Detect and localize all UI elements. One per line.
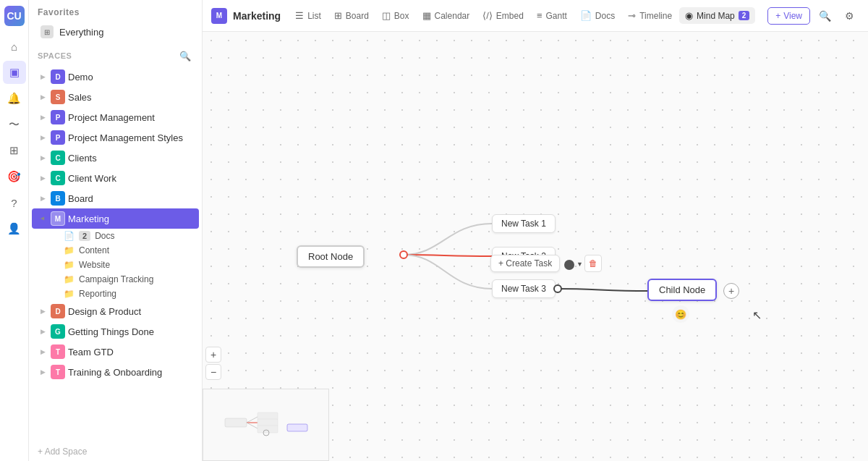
tab-docs-label: Docs <box>595 11 615 21</box>
add-space-btn[interactable]: + Add Space <box>29 442 202 461</box>
tab-embed[interactable]: ⟨/⟩ Embed <box>477 7 529 24</box>
website-label: Website <box>79 260 110 270</box>
sidebar-item-clients[interactable]: ▶ C Clients <box>32 148 199 168</box>
tab-timeline-label: Timeline <box>639 11 672 21</box>
chevron-icon: ▶ <box>38 306 48 316</box>
mind-map-icon: ◉ <box>685 10 693 21</box>
mind-map-canvas[interactable]: Root Node New Task 1 New Task 2 New Task… <box>203 32 868 461</box>
tab-board[interactable]: ⊞ Board <box>328 7 375 24</box>
content-icon: 📁 <box>64 245 75 255</box>
nav-goals-btn[interactable]: 🎯 <box>3 165 26 188</box>
embed-icon: ⟨/⟩ <box>482 10 493 21</box>
task3-node[interactable]: New Task 3 <box>492 279 556 298</box>
sidebar-item-marketing[interactable]: ▼ M Marketing <box>32 208 199 229</box>
sidebar-subitem-website[interactable]: 📁 Website <box>32 258 199 272</box>
settings-button[interactable]: ⚙ <box>839 6 859 26</box>
cursor-pointer: ↖ <box>752 308 762 322</box>
space-badge-pm-styles: P <box>51 130 65 145</box>
tab-timeline[interactable]: ⊸ Timeline <box>622 7 678 24</box>
top-bar: M Marketing ☰ List ⊞ Board ◫ Box ▦ Calen… <box>203 0 868 32</box>
space-badge-client-work: C <box>51 171 65 185</box>
space-label-pm-styles: Project Management Styles <box>68 132 193 143</box>
delete-btn[interactable]: 🗑 <box>584 255 602 272</box>
task1-node[interactable]: New Task 1 <box>492 214 556 233</box>
sidebar-item-board[interactable]: ▶ B Board <box>32 188 199 208</box>
create-task-btn[interactable]: + Create Task <box>490 255 560 272</box>
space-label-marketing: Marketing <box>68 213 193 224</box>
tab-list-label: List <box>307 11 321 21</box>
space-label-clients: Clients <box>68 153 193 164</box>
task3-label: New Task 3 <box>501 284 546 294</box>
chevron-icon: ▼ <box>38 213 48 224</box>
sidebar-item-pm-styles[interactable]: ▶ P Project Management Styles <box>32 127 199 148</box>
nav-pulse-btn[interactable]: 〜 <box>3 113 26 136</box>
zoom-controls: + − <box>203 344 224 383</box>
sidebar-item-demo[interactable]: ▶ D Demo <box>32 67 199 87</box>
color-dot[interactable] <box>564 260 574 270</box>
spaces-search-btn[interactable]: 🔍 <box>177 48 193 64</box>
tab-mind-map-label: Mind Map <box>697 11 735 21</box>
reporting-label: Reporting <box>79 289 116 299</box>
emoji-btn[interactable]: 😊 <box>672 305 689 323</box>
nav-home-btn[interactable]: ⌂ <box>3 35 26 58</box>
mind-map-badge: 2 <box>739 11 750 20</box>
tab-list[interactable]: ☰ List <box>289 7 327 24</box>
root-connector-dot <box>399 250 408 259</box>
docs-count: 2 <box>79 231 90 241</box>
child-node-plus-btn[interactable]: + <box>723 283 739 299</box>
sidebar-subitem-docs[interactable]: 📄 2 Docs <box>32 229 199 243</box>
nav-inbox-btn[interactable]: 🔔 <box>3 87 26 110</box>
chevron-icon: ▶ <box>38 326 48 337</box>
tab-embed-label: Embed <box>496 11 524 21</box>
zoom-out-btn[interactable]: − <box>205 364 221 380</box>
space-label-demo: Demo <box>68 72 193 83</box>
box-icon: ◫ <box>382 10 391 21</box>
root-node[interactable]: Root Node <box>297 245 365 268</box>
docs-label: Docs <box>95 231 114 241</box>
sidebar-item-getting-things-done[interactable]: ▶ G Getting Things Done <box>32 321 199 342</box>
space-badge-team-gtd: T <box>51 344 65 359</box>
tab-box[interactable]: ◫ Box <box>376 7 415 24</box>
view-tabs: ☰ List ⊞ Board ◫ Box ▦ Calendar ⟨/⟩ Embe… <box>289 7 765 24</box>
space-badge-clients: C <box>51 151 65 165</box>
reporting-icon: 📁 <box>64 289 75 299</box>
sidebar-subitem-content[interactable]: 📁 Content <box>32 243 199 258</box>
everything-icon: ⊞ <box>41 25 54 38</box>
nav-user-btn[interactable]: 👤 <box>3 217 26 240</box>
view-button[interactable]: + View <box>767 7 810 25</box>
everything-row[interactable]: ⊞ Everything <box>32 22 199 42</box>
child-node[interactable]: Child Node <box>647 279 717 301</box>
nav-apps-btn[interactable]: ⊞ <box>3 139 26 162</box>
mini-map <box>203 389 329 461</box>
zoom-in-btn[interactable]: + <box>205 347 221 363</box>
task3-connector-dot <box>553 284 562 293</box>
space-badge-demo: D <box>51 69 65 84</box>
favorites-header: Favorites <box>29 0 202 22</box>
tab-docs[interactable]: 📄 Docs <box>574 7 621 24</box>
tab-calendar[interactable]: ▦ Calendar <box>417 7 476 24</box>
space-badge-training: T <box>51 365 65 379</box>
nav-help-btn[interactable]: ? <box>3 191 26 214</box>
space-label-board: Board <box>68 193 193 204</box>
tab-calendar-label: Calendar <box>435 11 470 21</box>
sidebar-item-client-work[interactable]: ▶ C Client Work <box>32 168 199 188</box>
chevron-icon: ▶ <box>38 72 48 82</box>
chevron-icon: ▶ <box>38 193 48 203</box>
space-label-sales: Sales <box>68 92 193 103</box>
sidebar-item-team-gtd[interactable]: ▶ T Team GTD <box>32 342 199 362</box>
sidebar-item-sales[interactable]: ▶ S Sales <box>32 87 199 107</box>
sidebar-item-training[interactable]: ▶ T Training & Onboarding <box>32 362 199 382</box>
sidebar-subitem-reporting[interactable]: 📁 Reporting <box>32 287 199 301</box>
nav-tasks-btn[interactable]: ▣ <box>3 61 26 84</box>
search-button[interactable]: 🔍 <box>814 6 835 26</box>
sidebar-item-design-product[interactable]: ▶ D Design & Product <box>32 301 199 321</box>
mini-map-svg <box>203 389 329 461</box>
sidebar-subitem-campaign-tracking[interactable]: 📁 Campaign Tracking <box>32 272 199 287</box>
tab-gantt[interactable]: ≡ Gantt <box>531 7 573 24</box>
space-label-pm: Project Management <box>68 112 193 123</box>
sidebar-item-project-management[interactable]: ▶ P Project Management <box>32 107 199 127</box>
svg-rect-8 <box>287 424 307 431</box>
task1-label: New Task 1 <box>501 219 546 229</box>
tab-mind-map[interactable]: ◉ Mind Map 2 <box>679 7 755 24</box>
plus-icon: + <box>775 11 780 21</box>
